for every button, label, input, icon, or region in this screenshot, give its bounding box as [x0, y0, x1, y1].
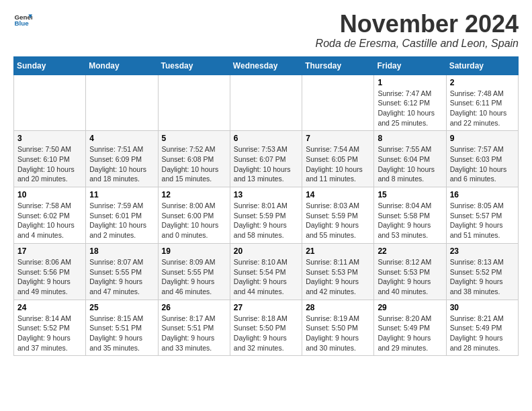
day-cell: [86, 75, 158, 131]
page-header: General Blue November 2024 Roda de Eresm…: [13, 11, 519, 50]
day-info: Sunrise: 7:54 AM Sunset: 6:05 PM Dayligh…: [306, 144, 370, 184]
day-info: Sunrise: 8:07 AM Sunset: 5:55 PM Dayligh…: [89, 257, 154, 297]
day-cell: 30Sunrise: 8:21 AM Sunset: 5:49 PM Dayli…: [446, 300, 518, 356]
day-number: 19: [162, 246, 226, 256]
header-friday: Friday: [374, 56, 446, 75]
day-info: Sunrise: 8:17 AM Sunset: 5:51 PM Dayligh…: [162, 314, 226, 353]
header-thursday: Thursday: [302, 56, 374, 75]
header-monday: Monday: [86, 56, 158, 75]
day-cell: 7Sunrise: 7:54 AM Sunset: 6:05 PM Daylig…: [302, 131, 374, 187]
day-number: 9: [450, 134, 515, 143]
day-info: Sunrise: 8:03 AM Sunset: 5:59 PM Dayligh…: [306, 201, 370, 240]
week-row-4: 24Sunrise: 8:14 AM Sunset: 5:52 PM Dayli…: [14, 300, 519, 356]
day-cell: 20Sunrise: 8:10 AM Sunset: 5:54 PM Dayli…: [230, 243, 302, 300]
day-number: 17: [17, 246, 82, 256]
day-cell: 24Sunrise: 8:14 AM Sunset: 5:52 PM Dayli…: [14, 300, 86, 356]
week-row-1: 3Sunrise: 7:50 AM Sunset: 6:10 PM Daylig…: [14, 131, 519, 187]
day-number: 1: [378, 78, 442, 87]
calendar-table: SundayMondayTuesdayWednesdayThursdayFrid…: [13, 56, 519, 357]
day-info: Sunrise: 7:47 AM Sunset: 6:12 PM Dayligh…: [378, 89, 442, 128]
location-title: Roda de Eresma, Castille and Leon, Spain: [316, 38, 519, 50]
day-info: Sunrise: 8:05 AM Sunset: 5:57 PM Dayligh…: [450, 201, 515, 240]
day-cell: 3Sunrise: 7:50 AM Sunset: 6:10 PM Daylig…: [14, 131, 86, 187]
day-number: 24: [17, 303, 82, 312]
day-info: Sunrise: 8:19 AM Sunset: 5:50 PM Dayligh…: [306, 314, 370, 353]
day-cell: 4Sunrise: 7:51 AM Sunset: 6:09 PM Daylig…: [86, 131, 158, 187]
day-cell: 18Sunrise: 8:07 AM Sunset: 5:55 PM Dayli…: [86, 243, 158, 300]
header-tuesday: Tuesday: [158, 56, 230, 75]
day-info: Sunrise: 8:21 AM Sunset: 5:49 PM Dayligh…: [450, 314, 515, 353]
title-block: November 2024 Roda de Eresma, Castille a…: [316, 11, 519, 50]
day-number: 28: [306, 303, 370, 312]
day-number: 4: [89, 134, 154, 143]
day-cell: 11Sunrise: 7:59 AM Sunset: 6:01 PM Dayli…: [86, 187, 158, 244]
week-row-2: 10Sunrise: 7:58 AM Sunset: 6:02 PM Dayli…: [14, 187, 519, 244]
week-row-0: 1Sunrise: 7:47 AM Sunset: 6:12 PM Daylig…: [14, 75, 519, 131]
day-cell: 17Sunrise: 8:06 AM Sunset: 5:56 PM Dayli…: [14, 243, 86, 300]
logo-icon: General Blue: [13, 11, 32, 30]
day-cell: [158, 75, 230, 131]
day-info: Sunrise: 8:18 AM Sunset: 5:50 PM Dayligh…: [234, 314, 298, 353]
day-cell: [302, 75, 374, 131]
day-number: 16: [450, 190, 515, 199]
day-info: Sunrise: 8:04 AM Sunset: 5:58 PM Dayligh…: [378, 201, 442, 240]
day-number: 6: [234, 134, 298, 143]
day-cell: 16Sunrise: 8:05 AM Sunset: 5:57 PM Dayli…: [446, 187, 518, 244]
day-number: 2: [450, 78, 515, 87]
header-sunday: Sunday: [14, 56, 86, 75]
day-number: 18: [89, 246, 154, 256]
day-number: 10: [17, 190, 82, 199]
week-row-3: 17Sunrise: 8:06 AM Sunset: 5:56 PM Dayli…: [14, 243, 519, 300]
day-info: Sunrise: 8:14 AM Sunset: 5:52 PM Dayligh…: [17, 314, 82, 353]
day-number: 8: [378, 134, 442, 143]
day-info: Sunrise: 8:10 AM Sunset: 5:54 PM Dayligh…: [234, 257, 298, 297]
day-info: Sunrise: 8:15 AM Sunset: 5:51 PM Dayligh…: [89, 314, 154, 353]
day-info: Sunrise: 8:01 AM Sunset: 5:59 PM Dayligh…: [234, 201, 298, 240]
day-cell: 1Sunrise: 7:47 AM Sunset: 6:12 PM Daylig…: [374, 75, 446, 131]
day-info: Sunrise: 7:52 AM Sunset: 6:08 PM Dayligh…: [162, 144, 226, 184]
day-info: Sunrise: 7:55 AM Sunset: 6:04 PM Dayligh…: [378, 144, 442, 184]
day-number: 22: [378, 246, 442, 256]
svg-text:Blue: Blue: [14, 19, 29, 27]
day-cell: 28Sunrise: 8:19 AM Sunset: 5:50 PM Dayli…: [302, 300, 374, 356]
day-cell: 10Sunrise: 7:58 AM Sunset: 6:02 PM Dayli…: [14, 187, 86, 244]
day-cell: 23Sunrise: 8:13 AM Sunset: 5:52 PM Dayli…: [446, 243, 518, 300]
day-info: Sunrise: 8:11 AM Sunset: 5:53 PM Dayligh…: [306, 257, 370, 297]
day-cell: 22Sunrise: 8:12 AM Sunset: 5:53 PM Dayli…: [374, 243, 446, 300]
day-number: 29: [378, 303, 442, 312]
day-info: Sunrise: 8:09 AM Sunset: 5:55 PM Dayligh…: [162, 257, 226, 297]
day-info: Sunrise: 7:59 AM Sunset: 6:01 PM Dayligh…: [89, 201, 154, 240]
header-wednesday: Wednesday: [230, 56, 302, 75]
day-number: 25: [89, 303, 154, 312]
day-cell: 8Sunrise: 7:55 AM Sunset: 6:04 PM Daylig…: [374, 131, 446, 187]
day-cell: 21Sunrise: 8:11 AM Sunset: 5:53 PM Dayli…: [302, 243, 374, 300]
day-number: 5: [162, 134, 226, 143]
day-cell: 15Sunrise: 8:04 AM Sunset: 5:58 PM Dayli…: [374, 187, 446, 244]
day-number: 30: [450, 303, 515, 312]
day-number: 12: [162, 190, 226, 199]
day-number: 26: [162, 303, 226, 312]
day-cell: 2Sunrise: 7:48 AM Sunset: 6:11 PM Daylig…: [446, 75, 518, 131]
day-cell: 5Sunrise: 7:52 AM Sunset: 6:08 PM Daylig…: [158, 131, 230, 187]
day-number: 23: [450, 246, 515, 256]
day-info: Sunrise: 8:06 AM Sunset: 5:56 PM Dayligh…: [17, 257, 82, 297]
day-cell: [230, 75, 302, 131]
day-cell: 6Sunrise: 7:53 AM Sunset: 6:07 PM Daylig…: [230, 131, 302, 187]
day-cell: 9Sunrise: 7:57 AM Sunset: 6:03 PM Daylig…: [446, 131, 518, 187]
day-number: 7: [306, 134, 370, 143]
day-info: Sunrise: 7:53 AM Sunset: 6:07 PM Dayligh…: [234, 144, 298, 184]
day-info: Sunrise: 8:20 AM Sunset: 5:49 PM Dayligh…: [378, 314, 442, 353]
day-cell: [14, 75, 86, 131]
day-number: 15: [378, 190, 442, 199]
day-info: Sunrise: 8:12 AM Sunset: 5:53 PM Dayligh…: [378, 257, 442, 297]
month-title: November 2024: [316, 11, 519, 38]
day-number: 27: [234, 303, 298, 312]
day-number: 21: [306, 246, 370, 256]
day-number: 11: [89, 190, 154, 199]
day-cell: 14Sunrise: 8:03 AM Sunset: 5:59 PM Dayli…: [302, 187, 374, 244]
day-info: Sunrise: 7:48 AM Sunset: 6:11 PM Dayligh…: [450, 89, 515, 128]
calendar-header-row: SundayMondayTuesdayWednesdayThursdayFrid…: [14, 56, 519, 75]
day-number: 14: [306, 190, 370, 199]
header-saturday: Saturday: [446, 56, 518, 75]
day-info: Sunrise: 7:58 AM Sunset: 6:02 PM Dayligh…: [17, 201, 82, 240]
